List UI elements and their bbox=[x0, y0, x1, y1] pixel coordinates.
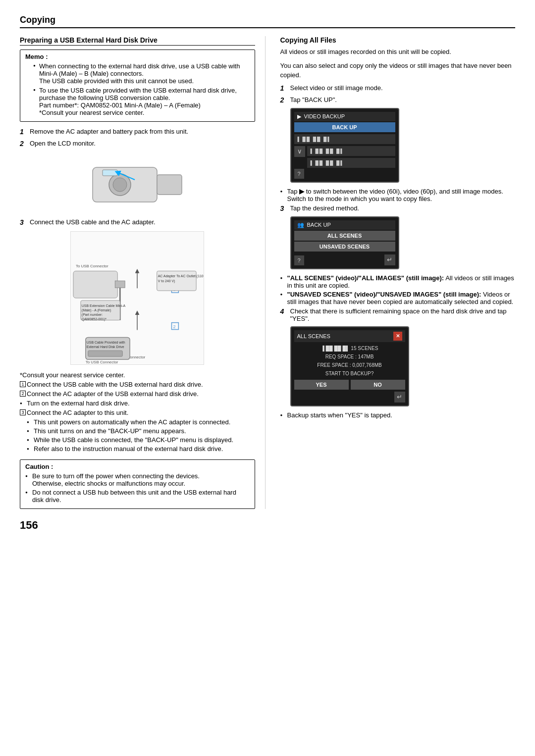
svg-rect-4 bbox=[103, 170, 117, 176]
scene-bullets: "ALL SCENES" (video)/"ALL IMAGES" (still… bbox=[280, 274, 516, 305]
screen1-help-btn[interactable]: ? bbox=[294, 169, 304, 179]
caution-label: Caution : bbox=[25, 463, 250, 470]
screen2-title: BACK UP bbox=[307, 222, 331, 228]
svg-rect-1 bbox=[157, 175, 182, 195]
confirm-title: ALL SCENES bbox=[297, 333, 330, 339]
memo-box: Memo : When connecting to the external h… bbox=[20, 50, 255, 122]
caution-1: Be sure to turn off the power when conne… bbox=[25, 472, 250, 487]
svg-text:(Male) - A (Female): (Male) - A (Female) bbox=[82, 308, 111, 312]
no-btn[interactable]: NO bbox=[351, 380, 405, 390]
screen1-title: VIDEO BACKUP bbox=[304, 113, 345, 119]
svg-text:External Hard Disk Drive: External Hard Disk Drive bbox=[87, 345, 124, 349]
confirm-header: ALL SCENES ✕ bbox=[294, 330, 405, 342]
right-step-4: 4 Check that there is sufficient remaini… bbox=[280, 307, 516, 322]
usb-diagram: To USB Connector USB Extension Cable Min… bbox=[20, 231, 255, 366]
svg-rect-28 bbox=[88, 351, 122, 356]
svg-text:To USB Connector: To USB Connector bbox=[76, 264, 108, 268]
svg-text:USB Cable Provided with: USB Cable Provided with bbox=[87, 341, 125, 344]
confirm-back-btn[interactable]: ↵ bbox=[394, 392, 405, 403]
footnote-list: 1 Connect the USB cable with the USB ext… bbox=[20, 381, 255, 398]
tap-note-list: Tap ▶ to switch between the video (60i),… bbox=[280, 188, 516, 202]
unsaved-scenes-bullet: "UNSAVED SCENES" (video)/"UNSAVED IMAGES… bbox=[280, 291, 516, 305]
right-step-3: 3 Tap the desired method. bbox=[280, 204, 516, 212]
yes-btn[interactable]: YES bbox=[294, 380, 349, 390]
svg-text:V to 240 V): V to 240 V) bbox=[158, 279, 175, 283]
memo-list: When connecting to the external hard dis… bbox=[25, 62, 250, 116]
step-2: 2 Open the LCD monitor. bbox=[20, 140, 255, 148]
intro-text-1: All videos or still images recorded on t… bbox=[280, 47, 516, 57]
footnote-2: 2 Connect the AC adapter of the USB exte… bbox=[20, 390, 255, 398]
bullet-3: While the USB cable is connected, the "B… bbox=[27, 436, 255, 444]
page-number: 156 bbox=[20, 519, 515, 532]
after-step3-bullets: This unit powers on automatically when t… bbox=[20, 418, 255, 453]
footnote-3: 3 Connect the AC adapter to this unit. bbox=[20, 409, 255, 416]
bullet-1: This unit powers on automatically when t… bbox=[27, 418, 255, 426]
svg-point-3 bbox=[113, 178, 127, 192]
svg-text:QAM0852-001)*: QAM0852-001)* bbox=[82, 317, 107, 321]
screen3-mockup: ALL SCENES ✕ ▐ ██ ██ █▌ 15 SCENES REQ SP… bbox=[290, 326, 409, 406]
unsaved-scenes-btn[interactable]: UNSAVED SCENES bbox=[294, 242, 395, 252]
screen2-header: 👥 BACK UP bbox=[294, 220, 395, 230]
memo-item-1: When connecting to the external hard dis… bbox=[33, 62, 250, 85]
turn-on-item: Turn on the external hard disk drive. bbox=[20, 400, 255, 407]
bullet-4: Refer also to the instruction manual of … bbox=[27, 445, 255, 453]
screen1-header: ▶ VIDEO BACKUP bbox=[294, 112, 395, 121]
left-section-title: Preparing a USB External Hard Disk Drive bbox=[20, 36, 255, 46]
camera-image bbox=[20, 152, 255, 213]
screen2-icon: 👥 bbox=[297, 222, 304, 228]
right-step-1: 1 Select video or still image mode. bbox=[280, 84, 516, 92]
tap-note: Tap ▶ to switch between the video (60i),… bbox=[280, 188, 516, 202]
screen1-row1: ▐ ██ ██ █▌ bbox=[294, 133, 395, 145]
intro-text-2: You can also select and copy only the vi… bbox=[280, 61, 516, 80]
turn-on-list: Turn on the external hard disk drive. bbox=[20, 400, 255, 407]
step-1: 1 Remove the AC adapter and battery pack… bbox=[20, 128, 255, 136]
backup-note: Backup starts when "YES" is tapped. bbox=[280, 411, 516, 419]
step-3: 3 Connect the USB cable and the AC adapt… bbox=[20, 218, 255, 226]
left-column: Preparing a USB External Hard Disk Drive… bbox=[20, 36, 266, 509]
caution-list: Be sure to turn off the power when conne… bbox=[25, 472, 250, 504]
svg-text:2: 2 bbox=[173, 324, 176, 329]
right-section-title: Copying All Files bbox=[280, 36, 516, 44]
confirm-btns: YES NO bbox=[294, 380, 405, 390]
close-btn[interactable]: ✕ bbox=[393, 332, 402, 341]
svg-text:To USB Connector: To USB Connector bbox=[86, 360, 118, 364]
backup-button[interactable]: BACK UP bbox=[294, 122, 395, 132]
svg-text:(Part number:: (Part number: bbox=[82, 313, 103, 317]
screen2-bottom: ? ↵ bbox=[294, 254, 395, 265]
right-step-2: 2 Tap "BACK UP". bbox=[280, 96, 516, 104]
screen2-mockup: 👥 BACK UP ALL SCENES UNSAVED SCENES ? ↵ bbox=[290, 216, 399, 269]
footnote-1: 1 Connect the USB cable with the USB ext… bbox=[20, 381, 255, 388]
svg-text:AC Adapter To AC Outlet (110: AC Adapter To AC Outlet (110 bbox=[158, 274, 204, 278]
screen1-row2: ∨ ▐ ██ ██ █▌ bbox=[294, 146, 395, 157]
svg-rect-6 bbox=[73, 271, 117, 298]
screen2-back-btn[interactable]: ↵ bbox=[384, 254, 395, 265]
down-arrow-btn[interactable]: ∨ bbox=[294, 146, 305, 157]
footnote-3-list: 3 Connect the AC adapter to this unit. bbox=[20, 409, 255, 416]
screen2-help-btn[interactable]: ? bbox=[294, 255, 304, 265]
page-title: Copying bbox=[20, 15, 515, 28]
memo-label: Memo : bbox=[25, 53, 250, 60]
screen1-row3: ▐ ██ ██ █▌ bbox=[294, 158, 395, 168]
confirm-info: ▐ ██ ██ █▌ 15 SCENES REQ SPACE : 147MB F… bbox=[294, 344, 405, 378]
bullet-2: This unit turns on and the "BACK-UP" men… bbox=[27, 427, 255, 435]
backup-note-list: Backup starts when "YES" is tapped. bbox=[280, 411, 516, 419]
screen1-mockup: ▶ VIDEO BACKUP BACK UP ▐ ██ ██ █▌ ∨ ▐ ██… bbox=[290, 108, 399, 183]
all-scenes-bullet: "ALL SCENES" (video)/"ALL IMAGES" (still… bbox=[280, 274, 516, 289]
svg-rect-8 bbox=[115, 281, 125, 288]
caution-box: Caution : Be sure to turn off the power … bbox=[20, 459, 255, 509]
memo-item-2: To use the USB cable provided with the U… bbox=[33, 87, 250, 116]
screen1-icon: ▶ bbox=[297, 113, 301, 120]
right-column: Copying All Files All videos or still im… bbox=[280, 36, 516, 509]
svg-text:USB Extension Cable Mini-A: USB Extension Cable Mini-A bbox=[82, 304, 126, 307]
consult-note: *Consult your nearest service center. bbox=[20, 371, 255, 379]
caution-2: Do not connect a USB hub between this un… bbox=[25, 489, 250, 504]
all-scenes-btn[interactable]: ALL SCENES bbox=[294, 231, 395, 241]
